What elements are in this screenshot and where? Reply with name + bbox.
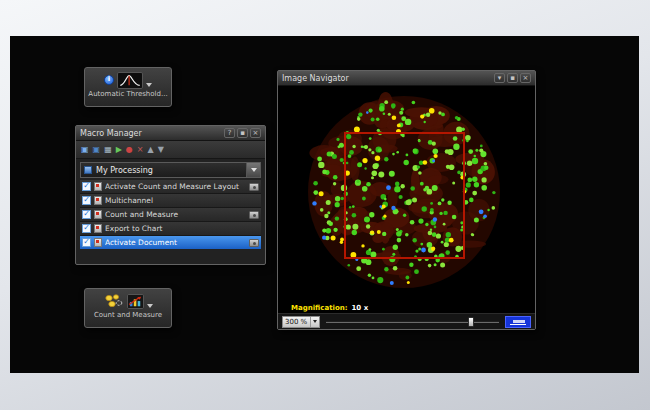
chevron-down-icon[interactable] <box>147 304 153 308</box>
automatic-threshold-panel: Automatic Threshold... <box>84 67 172 107</box>
macro-checkbox[interactable] <box>82 182 91 191</box>
macro-list-item[interactable]: Count and Measure <box>80 208 261 221</box>
macro-item-label: Activate Document <box>105 238 246 247</box>
macro-manager-titlebar-buttons: ?▪× <box>222 128 261 138</box>
macro-item-label: Count and Measure <box>105 210 246 219</box>
macro-item-label: Multichannel <box>105 196 259 205</box>
macro-checkbox[interactable] <box>82 210 91 219</box>
navigator-bottom-bar: 300 % <box>278 313 535 329</box>
zoom-value: 300 % <box>283 318 310 326</box>
magnification-label: Magnification: <box>291 304 347 312</box>
image-navigator-titlebar-buttons: ▾▪× <box>492 73 531 83</box>
chart-icon[interactable] <box>127 294 144 309</box>
zoom-slider-handle[interactable] <box>468 317 474 327</box>
scale-badge[interactable] <box>505 316 531 328</box>
zoom-select[interactable]: 300 % <box>282 316 320 328</box>
macro-icon <box>94 224 102 233</box>
macro-icon <box>94 210 102 219</box>
magnification-row: Magnification: 10 x <box>278 302 535 313</box>
count-and-measure-panel: Count and Measure <box>84 288 172 328</box>
macro-toolbar: ▣▣▦▶●×▲▼ <box>76 141 265 159</box>
macro-set-icon <box>84 166 92 174</box>
macro-checkbox[interactable] <box>82 238 91 247</box>
macro-icon <box>94 182 102 191</box>
macro-item-label: Export to Chart <box>105 224 259 233</box>
new-macro-icon[interactable]: ▣ <box>81 145 89 154</box>
snapshot-icon <box>249 211 259 219</box>
macro-item-label: Activate Count and Measure Layout <box>105 182 246 191</box>
macro-icon <box>94 196 102 205</box>
application-window: Automatic Threshold... Macro Manager ?▪×… <box>10 36 639 373</box>
magnification-value: 10 x <box>351 304 368 312</box>
delete-macro-icon[interactable]: × <box>137 145 144 154</box>
image-navigator-title: Image Navigator <box>282 74 492 83</box>
macro-icon <box>94 238 102 247</box>
help-button[interactable]: ? <box>224 128 235 138</box>
macro-list-item[interactable]: Activate Count and Measure Layout <box>80 180 261 193</box>
macro-manager-window: Macro Manager ?▪× ▣▣▦▶●×▲▼ My Processing… <box>75 125 266 265</box>
chevron-down-icon[interactable] <box>146 83 152 87</box>
record-macro-icon[interactable]: ● <box>126 145 133 154</box>
specimen-svg <box>280 88 533 300</box>
threshold-label: Automatic Threshold... <box>88 90 167 99</box>
close-button[interactable]: × <box>520 73 531 83</box>
zoom-slider[interactable] <box>326 316 499 328</box>
macro-list-item[interactable]: Multichannel <box>80 194 261 207</box>
chevron-down-icon[interactable] <box>246 163 260 177</box>
threshold-histogram-icon[interactable] <box>117 72 143 89</box>
snapshot-icon <box>249 183 259 191</box>
info-icon <box>104 75 114 85</box>
navigator-viewport[interactable] <box>278 86 535 302</box>
chevron-down-icon[interactable] <box>310 317 319 327</box>
cells-icon[interactable] <box>104 293 124 309</box>
macro-list-item[interactable]: Activate Document <box>80 236 261 249</box>
macro-list-item[interactable]: Export to Chart <box>80 222 261 235</box>
macro-set-dropdown[interactable]: My Processing <box>80 162 261 178</box>
count-measure-icon-row <box>104 291 153 311</box>
pin-button[interactable]: ▪ <box>237 128 248 138</box>
macro-checkbox[interactable] <box>82 224 91 233</box>
menu-button[interactable]: ▾ <box>494 73 505 83</box>
macro-checkbox[interactable] <box>82 196 91 205</box>
image-navigator-window: Image Navigator ▾▪× Magnification: 10 x … <box>277 70 536 330</box>
threshold-icon-row <box>104 70 152 90</box>
open-macro-icon[interactable]: ▣ <box>93 145 101 154</box>
count-measure-label: Count and Measure <box>94 311 162 320</box>
macro-list: Activate Count and Measure LayoutMultich… <box>80 180 261 249</box>
macro-manager-titlebar[interactable]: Macro Manager ?▪× <box>76 126 265 141</box>
save-macro-icon[interactable]: ▦ <box>104 145 112 154</box>
pin-button[interactable]: ▪ <box>507 73 518 83</box>
run-macro-icon[interactable]: ▶ <box>116 145 122 154</box>
image-navigator-titlebar[interactable]: Image Navigator ▾▪× <box>278 71 535 86</box>
macro-set-value: My Processing <box>92 166 246 175</box>
move-up-icon[interactable]: ▲ <box>148 145 154 154</box>
move-down-icon[interactable]: ▼ <box>158 145 164 154</box>
macro-manager-title: Macro Manager <box>80 129 222 138</box>
snapshot-icon <box>249 239 259 247</box>
close-button[interactable]: × <box>250 128 261 138</box>
